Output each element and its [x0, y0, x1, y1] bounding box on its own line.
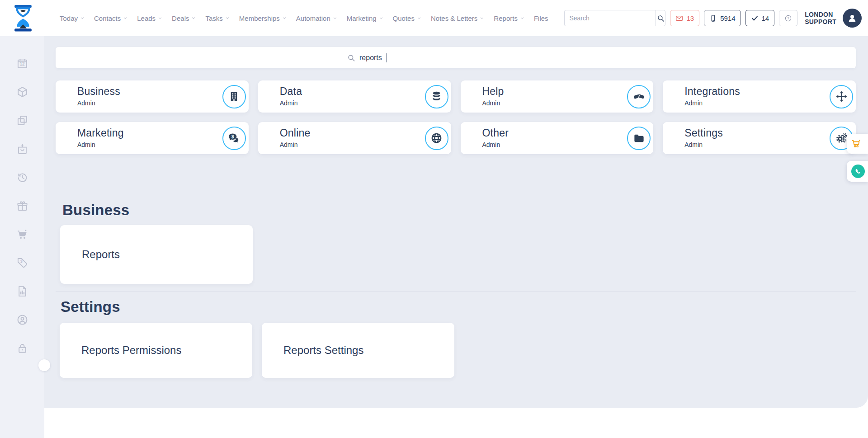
- sidebar-item-duplicates[interactable]: [16, 114, 28, 127]
- admin-card-title: Business: [77, 85, 120, 98]
- building-icon: [222, 85, 246, 108]
- nav-item-reports[interactable]: Reports: [494, 14, 524, 22]
- admin-card-subtitle: Admin: [684, 141, 703, 148]
- sidebar-item-account[interactable]: [16, 314, 28, 326]
- nav-item-today[interactable]: Today: [60, 14, 85, 22]
- sidebar-item-security[interactable]: [16, 342, 28, 354]
- sidebar-item-reports[interactable]: [16, 285, 28, 297]
- nav-item-memberships[interactable]: Memberships: [239, 14, 287, 22]
- folder-icon: [627, 127, 651, 150]
- chevron-down-icon: [158, 16, 162, 20]
- badge-help[interactable]: ?: [779, 10, 797, 26]
- envelope-icon: [675, 14, 683, 22]
- result-card-reports-settings[interactable]: Reports Settings: [262, 323, 454, 378]
- admin-card-settings[interactable]: SettingsAdmin: [663, 122, 856, 154]
- admin-card-title: Integrations: [684, 85, 740, 98]
- nav-item-label: Automation: [296, 14, 330, 22]
- nav-item-label: Leads: [137, 14, 156, 22]
- nav-item-automation[interactable]: Automation: [296, 14, 337, 22]
- admin-card-help[interactable]: HelpAdmin: [461, 80, 654, 113]
- admin-card-title: Online: [280, 127, 311, 139]
- section-heading-settings: Settings: [61, 298, 120, 316]
- chevron-down-icon: [191, 16, 196, 20]
- cart-icon: [851, 138, 862, 149]
- nav-item-label: Today: [60, 14, 78, 22]
- floating-cart-button[interactable]: [847, 134, 868, 154]
- nav-item-files[interactable]: Files: [534, 14, 548, 22]
- admin-card-subtitle: Admin: [482, 141, 500, 148]
- user-circle-icon: [16, 314, 28, 326]
- nav-item-label: Deals: [172, 14, 189, 22]
- badge-messages[interactable]: 13: [670, 10, 699, 26]
- nav-item-marketing[interactable]: Marketing: [347, 14, 383, 22]
- admin-card-subtitle: Admin: [280, 99, 298, 107]
- nav-item-tasks[interactable]: Tasks: [205, 14, 229, 22]
- admin-card-title: Marketing: [77, 127, 124, 139]
- avatar[interactable]: [843, 9, 862, 28]
- admin-card-title: Other: [482, 127, 509, 139]
- badge-count: 13: [686, 14, 694, 22]
- app-logo[interactable]: [13, 5, 33, 32]
- nav-item-deals[interactable]: Deals: [172, 14, 196, 22]
- nav-item-contacts[interactable]: Contacts: [94, 14, 127, 22]
- gift-icon: [16, 200, 28, 212]
- badge-tasks-done[interactable]: 14: [745, 10, 775, 26]
- admin-card-data[interactable]: DataAdmin: [258, 80, 451, 113]
- user-name-line2: SUPPORT: [805, 18, 836, 25]
- nav-item-label: Contacts: [94, 14, 121, 22]
- admin-card-title: Data: [280, 85, 302, 98]
- search-icon: [657, 14, 665, 22]
- admin-card-title: Help: [482, 85, 504, 98]
- chevron-down-icon: [520, 16, 524, 20]
- main-content: reports BusinessAdminDataAdminHelpAdminI…: [44, 36, 868, 408]
- sidebar-item-gifts[interactable]: [16, 200, 28, 212]
- admin-card-integrations[interactable]: IntegrationsAdmin: [663, 80, 856, 113]
- comments-dollar-icon: $: [222, 127, 246, 150]
- header-search-input[interactable]: [565, 14, 656, 22]
- nav-item-leads[interactable]: Leads: [137, 14, 162, 22]
- floating-phone-button[interactable]: [847, 161, 868, 182]
- chevron-down-icon: [80, 16, 85, 20]
- header-right-cluster: 13591414? LONDON SUPPORT: [564, 0, 862, 36]
- admin-card-subtitle: Admin: [684, 99, 703, 107]
- admin-card-online[interactable]: OnlineAdmin: [258, 122, 451, 154]
- section-cards-business: Reports: [60, 225, 253, 284]
- content-search-bar[interactable]: reports: [56, 47, 856, 68]
- section-cards-settings: Reports PermissionsReports Settings: [60, 323, 454, 378]
- user-name-line1: LONDON: [805, 11, 836, 18]
- top-header: TodayContactsLeadsDealsTasksMembershipsA…: [0, 0, 868, 36]
- calendar-day-number: 12: [16, 61, 28, 66]
- badge-calls[interactable]: 5914: [704, 10, 741, 26]
- nav-item-notes-letters[interactable]: Notes & Letters: [431, 14, 484, 22]
- sidebar-item-history[interactable]: [16, 171, 28, 184]
- admin-card-subtitle: Admin: [77, 141, 95, 148]
- sidebar-item-calendar[interactable]: 12: [16, 57, 28, 70]
- globe-icon: [425, 127, 448, 150]
- result-card-reports-permissions[interactable]: Reports Permissions: [60, 323, 252, 378]
- database-icon: [425, 85, 448, 108]
- section-divider: [56, 291, 856, 292]
- phone-icon: [851, 165, 865, 178]
- chevron-down-icon: [480, 16, 484, 20]
- result-card-reports[interactable]: Reports: [60, 225, 253, 284]
- sidebar-item-products[interactable]: [16, 86, 28, 98]
- sidebar-item-cart[interactable]: [16, 228, 28, 240]
- admin-card-business[interactable]: BusinessAdmin: [56, 80, 249, 113]
- bag-download-icon: [16, 143, 28, 155]
- main-nav: TodayContactsLeadsDealsTasksMembershipsA…: [60, 0, 548, 36]
- header-search-button[interactable]: [656, 10, 665, 26]
- admin-card-marketing[interactable]: MarketingAdmin$: [56, 122, 249, 154]
- sidebar-collapse-handle[interactable]: [38, 359, 50, 371]
- admin-card-other[interactable]: OtherAdmin: [461, 122, 654, 154]
- text-cursor: [387, 53, 387, 62]
- sidebar-item-orders[interactable]: [16, 143, 28, 155]
- handshake-icon: [627, 85, 651, 108]
- admin-card-subtitle: Admin: [482, 99, 500, 107]
- left-sidebar: 12$: [0, 36, 44, 438]
- result-card-label: Reports Permissions: [60, 344, 181, 357]
- sidebar-item-pricing[interactable]: $: [16, 257, 28, 269]
- svg-text:$: $: [231, 134, 234, 139]
- nav-item-quotes[interactable]: Quotes: [393, 14, 421, 22]
- hourglass-logo-icon: [13, 5, 33, 32]
- chevron-down-icon: [123, 16, 127, 20]
